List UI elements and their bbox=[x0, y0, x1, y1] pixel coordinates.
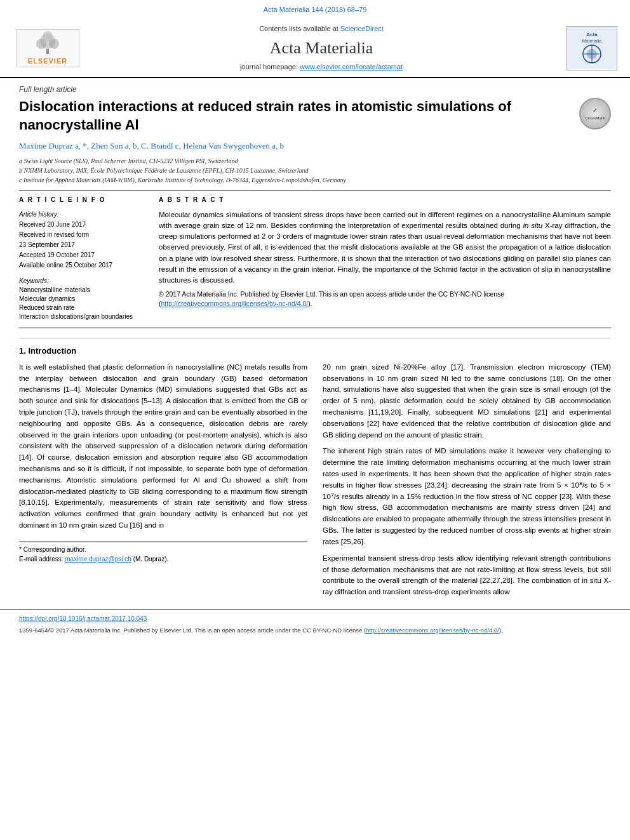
abstract-text: Molecular dynamics simulations of transi… bbox=[159, 210, 611, 286]
svg-text:Materialia: Materialia bbox=[582, 39, 601, 43]
body-col-left: It is well established that plastic defo… bbox=[19, 362, 307, 603]
bottom-bar: https://doi.org/10.1016/j.actamat.2017.1… bbox=[0, 610, 630, 639]
corresponding-author-note: * Corresponding author. bbox=[19, 545, 307, 555]
elsevier-tree-icon bbox=[29, 30, 67, 55]
abstract-column: A B S T R A C T Molecular dynamics simul… bbox=[159, 196, 611, 321]
accepted-date: Accepted 19 October 2017 bbox=[19, 250, 146, 260]
homepage-url[interactable]: www.elsevier.com/locate/actamat bbox=[300, 63, 403, 70]
article-history: Article history: Received 20 June 2017 R… bbox=[19, 210, 146, 270]
intro-para-right-2: The inherent high strain rates of MD sim… bbox=[323, 446, 611, 547]
available-date: Available online 25 October 2017 bbox=[19, 260, 146, 270]
email-person: (M. Dupraz). bbox=[133, 556, 169, 563]
svg-point-4 bbox=[43, 31, 53, 41]
body-col-right: 20 nm grain sized Ni-20%Fe alloy [17]. T… bbox=[323, 362, 611, 603]
affiliations: a Swiss Light Source (SLS), Paul Scherre… bbox=[19, 156, 611, 185]
crossmark-badge: ✓ CrossMark bbox=[579, 98, 611, 130]
introduction-section: 1. Introduction It is well established t… bbox=[19, 338, 611, 603]
introduction-heading: 1. Introduction bbox=[19, 345, 611, 357]
section-divider-2 bbox=[19, 328, 611, 328]
article-info-header: A R T I C L E I N F O bbox=[19, 196, 146, 204]
section-divider-1 bbox=[19, 190, 611, 190]
email-line: E-mail address: maxime.dupraz@psi.ch (M.… bbox=[19, 554, 307, 564]
abstract-header: A B S T R A C T bbox=[159, 196, 611, 204]
intro-para-1: It is well established that plastic defo… bbox=[19, 362, 307, 531]
email-link[interactable]: maxime.dupraz@psi.ch bbox=[65, 556, 131, 563]
doi-link[interactable]: https://doi.org/10.1016/j.actamat.2017.1… bbox=[19, 614, 611, 623]
journal-header: ELSEVIER Contents lists available at Sci… bbox=[0, 18, 630, 78]
article-info-column: A R T I C L E I N F O Article history: R… bbox=[19, 196, 146, 321]
received-revised-label: Received in revised form bbox=[19, 230, 146, 240]
keywords-label: Keywords: bbox=[19, 277, 146, 286]
elsevier-logo: ELSEVIER bbox=[16, 29, 79, 67]
affiliation-b: b NXMM Laboratory, IMX, École Polytechni… bbox=[19, 166, 611, 175]
email-label: E-mail address: bbox=[19, 556, 63, 563]
cc-license-link[interactable]: http://creativecommons.org/licenses/by-n… bbox=[161, 300, 309, 307]
article-type: Full length article bbox=[19, 84, 611, 95]
contents-available-text: Contents lists available at bbox=[259, 25, 338, 32]
keyword-4: Interaction dislocations/grain boundarie… bbox=[19, 312, 146, 321]
acta-materialia-icon: Acta Materialia bbox=[568, 27, 616, 69]
received-date: Received 20 June 2017 bbox=[19, 220, 146, 230]
body-columns: It is well established that plastic defo… bbox=[19, 362, 611, 603]
acta-materialia-logo-area: Acta Materialia bbox=[560, 26, 617, 70]
bottom-cc-link[interactable]: http://creativecommons.org/licenses/by-n… bbox=[366, 627, 499, 634]
main-content: Full length article Dislocation interact… bbox=[0, 78, 630, 603]
intro-para-right-3: Experimental transient stress-drop tests… bbox=[323, 553, 611, 598]
journal-reference: Acta Materialia 144 (2018) 68–79 bbox=[264, 6, 367, 13]
bottom-cc-end: ). bbox=[499, 627, 503, 634]
journal-title: Acta Materialia bbox=[83, 37, 560, 60]
received-revised-date: 23 September 2017 bbox=[19, 240, 146, 250]
intro-para-right-1: 20 nm grain sized Ni-20%Fe alloy [17]. T… bbox=[323, 362, 611, 441]
elsevier-logo-area: ELSEVIER bbox=[13, 29, 83, 67]
page: Acta Materialia 144 (2018) 68–79 ELSEVIE… bbox=[0, 0, 630, 840]
homepage-label: journal homepage: bbox=[240, 63, 298, 70]
affiliation-a: a Swiss Light Source (SLS), Paul Scherre… bbox=[19, 156, 611, 166]
article-info-abstract: A R T I C L E I N F O Article history: R… bbox=[19, 196, 611, 321]
article-title: Dislocation interactions at reduced stra… bbox=[19, 98, 573, 134]
svg-rect-0 bbox=[46, 49, 49, 54]
top-bar: Acta Materialia 144 (2018) 68–79 bbox=[0, 0, 630, 18]
acta-materialia-logo: Acta Materialia bbox=[566, 26, 617, 70]
elsevier-text: ELSEVIER bbox=[28, 57, 67, 66]
history-label: Article history: bbox=[19, 210, 146, 220]
affiliation-c: c Institute for Applied Materials (IAM-W… bbox=[19, 175, 611, 185]
svg-text:Acta: Acta bbox=[586, 32, 598, 37]
journal-center-info: Contents lists available at ScienceDirec… bbox=[83, 24, 560, 72]
keyword-1: Nanocrystalline materials bbox=[19, 286, 146, 295]
keyword-2: Molecular dynamics bbox=[19, 295, 146, 303]
footnote-area: * Corresponding author. E-mail address: … bbox=[19, 542, 307, 564]
open-access-note: © 2017 Acta Materialia Inc. Published by… bbox=[159, 290, 611, 308]
sciencedirect-link[interactable]: ScienceDirect bbox=[340, 25, 384, 32]
keywords-section: Keywords: Nanocrystalline materials Mole… bbox=[19, 277, 146, 321]
bottom-issn-text: 1359-6454/© 2017 Acta Materialia Inc. Pu… bbox=[19, 627, 366, 634]
authors: Maxime Dupraz a, *, Zhen Sun a, b, C. Br… bbox=[19, 140, 611, 152]
keyword-3: Reduced strain rate bbox=[19, 303, 146, 312]
